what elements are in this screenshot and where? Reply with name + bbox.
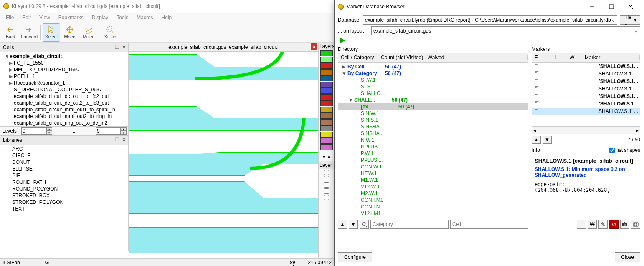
library-item[interactable]: TEXT [0,206,128,212]
layer-check[interactable] [324,176,329,181]
scroll-left-icon[interactable]: ◂ [533,128,536,133]
snapshot-tool-button[interactable] [620,220,629,229]
directory-row[interactable]: [ex...50 (47) [338,103,528,110]
library-item[interactable]: PIE [0,172,128,179]
directory-row[interactable]: SI.S.1 [338,83,528,90]
marker-row[interactable]: 'SHALLOW.S.1' ... [532,108,640,115]
layout-combo[interactable]: example_sifab_circuit.gds ⌄ [371,26,640,35]
menu-display[interactable]: Display [88,13,112,22]
marker-row[interactable]: 'SHALLOW.S.1' ... [532,70,640,78]
col-f[interactable]: F [532,55,552,60]
layer-swatch[interactable] [320,94,333,100]
menu-view[interactable]: View [35,13,54,22]
library-item[interactable]: STROKED_POLYGON [0,199,128,206]
col-i[interactable]: I [552,55,567,60]
col-cell-category[interactable]: Cell / Category [338,55,378,60]
undock-icon[interactable]: ❐ [114,44,120,50]
play-button[interactable] [340,37,347,45]
directory-row[interactable]: V12.W.1 [338,183,528,190]
canvas-viewport[interactable] [129,52,318,253]
tree-item[interactable]: example_sifab_circuit_dc_out2_to_fc3_out [0,100,128,106]
directory-row[interactable]: V12.I.M2 [338,217,528,218]
menu-file[interactable]: File [2,13,18,22]
reject-tool-button[interactable]: ⊘ [609,220,619,229]
cells-tree[interactable]: ▼example_sifab_circuit▶FC_TE_1550▶MMI_1X… [0,52,128,126]
minimize-button[interactable] [583,0,602,13]
configure-button[interactable]: Configure [338,252,372,262]
layer-check[interactable] [324,195,329,200]
flag-tool-button[interactable] [577,220,586,229]
layer-swatch[interactable] [320,138,333,144]
library-item[interactable]: ROUND_POLYGON [0,186,128,192]
database-combo[interactable]: example_sifab_circuit.lyrdb ($input DRC … [363,15,617,25]
layer-swatch[interactable] [320,100,333,106]
directory-row[interactable]: CON.I.M1 [338,197,528,203]
library-item[interactable]: STROKED_BOX [0,192,128,199]
tree-root[interactable]: ▼example_sifab_circuit [0,53,128,60]
close-icon[interactable]: ✕ [121,44,127,50]
layer-swatch[interactable] [320,107,333,113]
markers-list[interactable]: 'SHALLOW.S.1...'SHALLOW.S.1' ...'SHALLOW… [532,62,640,126]
markers-scrollbar[interactable]: ◂▸ [532,126,640,134]
directory-row[interactable]: M2.W.1 [338,190,528,197]
waive-tool-button[interactable]: W [588,220,597,229]
directory-row[interactable]: V12.I.M1 [338,210,528,217]
menu-bookmarks[interactable]: Bookmarks [54,13,88,22]
tree-item[interactable]: example_sifab_circuit_ring_out_to_dc_in2 [0,120,128,126]
layer-check[interactable] [324,188,329,194]
menu-tools[interactable]: Tools [112,13,132,22]
layer-swatch[interactable] [320,144,333,150]
level-to-spinner[interactable]: ▴▾ [121,127,127,135]
library-item[interactable]: ROUND_PATH [0,179,128,186]
marker-titlebar[interactable]: Marker Database Browser [335,0,644,13]
library-item[interactable]: CIRCLE [0,152,128,159]
undock-icon[interactable]: ❐ [114,136,120,143]
directory-row[interactable]: M1.W.1 [338,177,528,183]
layer-check[interactable] [324,170,329,175]
tree-item[interactable]: ▶FC_TE_1550 [0,60,128,66]
menu-macros[interactable]: Macros [132,13,157,22]
camera-tool-button[interactable] [631,220,640,229]
sifab-button[interactable]: SiFab [101,23,119,42]
layer-swatch[interactable] [320,132,333,138]
cell-search-input[interactable] [450,220,528,229]
layer-swatch[interactable] [320,113,333,119]
libraries-list[interactable]: ARCCIRCLEDONUTELLIPSEPIEROUND_PATHROUND_… [0,145,128,251]
directory-row[interactable]: SINSHA... [338,130,528,137]
next-marker-button[interactable]: ▼ [543,136,552,144]
col-w[interactable]: W [567,55,582,60]
prev-marker-button[interactable]: ▲ [532,136,541,144]
layer-swatch-list[interactable] [319,50,334,150]
level-from-input[interactable] [21,127,46,135]
col-count[interactable]: Count (Not Visited) - Waived [378,55,528,60]
close-icon[interactable]: ✕ [121,136,127,143]
forward-button[interactable]: Forward [20,23,38,42]
directory-row[interactable]: PPLUS.... [338,157,528,163]
directory-row[interactable]: N.W.1 [338,137,528,143]
directory-row[interactable]: SIN.W.1 [338,110,528,117]
tree-item[interactable]: ▶RacetrackResonator_1 [0,80,128,86]
search-icon[interactable] [360,220,369,229]
directory-row[interactable]: SHALLO... [338,90,528,97]
directory-row[interactable]: ▶By Cell50 (47) [338,63,528,70]
tree-item[interactable]: ▶MMI_1X2_OPTIMIZED_1550 [0,66,128,73]
layer-swatch[interactable] [320,63,333,69]
layer-swatch[interactable] [320,88,333,94]
level-from-spinner[interactable]: ▴▾ [46,127,52,135]
directory-row[interactable]: SIN.S.1 [338,117,528,123]
select-button[interactable]: Select [43,23,60,42]
directory-tree[interactable]: ▶By Cell50 (47)▼By Category50 (47)SI.W.1… [338,62,528,218]
directory-row[interactable]: CON.W.1 [338,163,528,170]
layer-check[interactable] [324,182,329,188]
layer-swatch[interactable] [320,125,333,131]
marker-row[interactable]: 'SHALLOW.S.1... [532,100,640,108]
library-item[interactable]: DONUT [0,159,128,166]
layer-swatch[interactable] [320,119,333,125]
list-shapes-checkbox[interactable] [609,148,615,153]
layer-swatch[interactable] [320,69,333,75]
library-item[interactable]: ARC [0,146,128,152]
close-icon[interactable]: ✕ [311,43,317,50]
level-to-input[interactable] [96,127,121,135]
directory-row[interactable]: SI.W.1 [338,77,528,83]
nav-up-button[interactable]: ▲ [338,220,347,229]
